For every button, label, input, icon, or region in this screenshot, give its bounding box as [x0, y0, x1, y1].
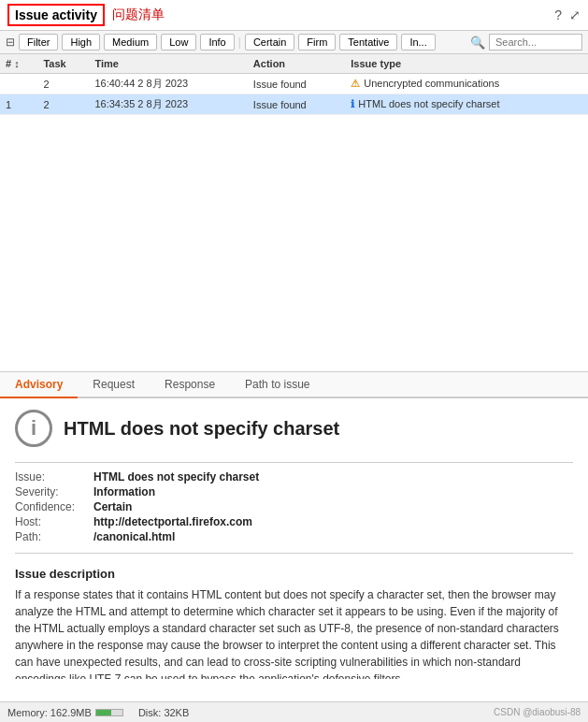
cell-time: 16:40:44 2 8月 2023	[89, 74, 247, 94]
meta-host-row: Host: http://detectportal.firefox.com	[15, 515, 573, 528]
status-bar: Memory: 162.9MB Disk: 32KB CSDN @diaobus…	[0, 701, 588, 722]
table-row[interactable]: 1 2 16:34:35 2 8月 2023 Issue found ℹHTML…	[0, 94, 588, 115]
firm-button[interactable]: Firm	[298, 34, 336, 51]
chinese-title: 问题清单	[112, 7, 165, 23]
warn-icon: ⚠	[351, 78, 360, 89]
cell-num: 1	[0, 94, 37, 115]
col-action: Action	[248, 54, 345, 74]
confidence-label: Confidence:	[15, 500, 90, 513]
table-row[interactable]: 2 16:40:44 2 8月 2023 Issue found ⚠Unencr…	[0, 74, 588, 94]
cell-task: 2	[37, 74, 89, 94]
advisory-tabs: Advisory Request Response Path to issue	[0, 372, 588, 398]
issue-label: Issue:	[15, 470, 90, 484]
low-button[interactable]: Low	[161, 34, 196, 51]
table-header-row: # ↕ Task Time Action Issue type	[0, 54, 588, 74]
issue-value: HTML does not specify charset	[93, 470, 259, 484]
col-issue-type: Issue type	[345, 54, 588, 74]
filter-button[interactable]: Filter	[19, 34, 58, 51]
meta-confidence-row: Confidence: Certain	[15, 500, 573, 513]
cell-issue-type: ⚠Unencrypted communications	[345, 74, 588, 94]
memory-status: Memory: 162.9MB	[7, 707, 123, 718]
meta-path-row: Path: /canonical.html	[15, 530, 573, 543]
col-num[interactable]: # ↕	[0, 54, 37, 74]
filter-icon: ⊟	[6, 36, 15, 49]
cell-action: Issue found	[248, 94, 345, 115]
tab-response[interactable]: Response	[150, 372, 230, 398]
cell-action: Issue found	[248, 74, 345, 94]
certain-button[interactable]: Certain	[245, 34, 294, 51]
issue-activity-title: Issue activity	[7, 4, 105, 26]
expand-icon[interactable]: ⤢	[569, 7, 581, 22]
host-value: http://detectportal.firefox.com	[93, 515, 252, 528]
meta-severity-row: Severity: Information	[15, 485, 573, 498]
header: Issue activity 问题清单 ? ⤢	[0, 0, 588, 31]
confidence-value: Certain	[93, 500, 132, 513]
col-task: Task	[37, 54, 89, 74]
cell-time: 16:34:35 2 8月 2023	[89, 94, 247, 115]
tab-request[interactable]: Request	[78, 372, 150, 398]
search-box: 🔍	[470, 34, 582, 51]
host-label: Host:	[15, 515, 90, 528]
tentative-button[interactable]: Tentative	[339, 34, 397, 51]
search-icon: 🔍	[470, 36, 485, 50]
memory-fill	[96, 710, 111, 715]
tab-advisory[interactable]: Advisory	[0, 372, 78, 398]
severity-value: Information	[93, 485, 155, 498]
cell-issue-type: ℹHTML does not specify charset	[345, 94, 588, 115]
info-icon: ℹ	[351, 98, 354, 109]
filter-bar: ⊟ Filter High Medium Low Info | Certain …	[0, 31, 588, 54]
memory-bar	[95, 709, 123, 716]
info-button[interactable]: Info	[200, 34, 234, 51]
watermark: CSDN @diaobusi-88	[494, 707, 581, 717]
high-button[interactable]: High	[62, 34, 100, 51]
in-button[interactable]: In...	[401, 34, 435, 51]
description-title: Issue description	[15, 567, 573, 581]
path-value: /canonical.html	[93, 530, 175, 543]
disk-label: Disk: 32KB	[138, 707, 189, 718]
issue-table-container: # ↕ Task Time Action Issue type 2 16:40:…	[0, 54, 588, 372]
advisory-content: i HTML does not specify charset Issue: H…	[0, 398, 588, 679]
search-input[interactable]	[489, 34, 582, 51]
issue-header: i HTML does not specify charset	[15, 410, 573, 447]
cell-num	[0, 74, 37, 94]
help-icon[interactable]: ?	[554, 7, 562, 22]
tab-path-to-issue[interactable]: Path to issue	[230, 372, 324, 398]
issue-meta: Issue: HTML does not specify charset Sev…	[15, 462, 573, 554]
cell-task: 2	[37, 94, 89, 115]
meta-issue-row: Issue: HTML does not specify charset	[15, 470, 573, 484]
advisory-issue-title: HTML does not specify charset	[64, 418, 339, 440]
header-icons: ? ⤢	[554, 7, 581, 22]
info-icon-large: i	[15, 410, 52, 447]
path-label: Path:	[15, 530, 90, 543]
description-text: If a response states that it contains HT…	[15, 586, 573, 679]
issue-table: # ↕ Task Time Action Issue type 2 16:40:…	[0, 54, 588, 115]
col-time: Time	[89, 54, 247, 74]
memory-label: Memory: 162.9MB	[7, 707, 92, 718]
medium-button[interactable]: Medium	[104, 34, 157, 51]
severity-label: Severity:	[15, 485, 90, 498]
